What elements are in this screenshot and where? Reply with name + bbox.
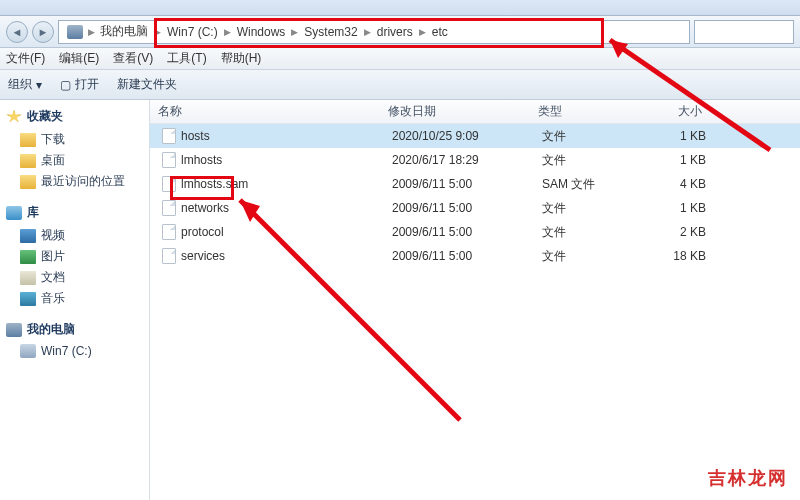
- drive-icon: [20, 344, 36, 358]
- sidebar-item-label: 下载: [41, 131, 65, 148]
- back-button[interactable]: ◄: [6, 21, 28, 43]
- file-date: 2009/6/11 5:00: [384, 225, 534, 239]
- file-size: 1 KB: [634, 129, 714, 143]
- star-icon: [6, 110, 22, 124]
- document-icon: [20, 271, 36, 285]
- breadcrumb[interactable]: ▶ 我的电脑 ▶ Win7 (C:) ▶ Windows ▶ System32 …: [58, 20, 690, 44]
- video-icon: [20, 229, 36, 243]
- file-name: hosts: [181, 129, 210, 143]
- titlebar: [0, 0, 800, 16]
- new-folder-button[interactable]: 新建文件夹: [117, 76, 177, 93]
- address-bar: ◄ ► ▶ 我的电脑 ▶ Win7 (C:) ▶ Windows ▶ Syste…: [0, 16, 800, 48]
- file-type: 文件: [534, 128, 634, 145]
- file-name: networks: [181, 201, 229, 215]
- chevron-right-icon: ▶: [362, 27, 373, 37]
- menu-edit[interactable]: 编辑(E): [59, 50, 99, 67]
- chevron-right-icon: ▶: [222, 27, 233, 37]
- menu-help[interactable]: 帮助(H): [221, 50, 262, 67]
- file-row[interactable]: services2009/6/11 5:00文件18 KB: [150, 244, 800, 268]
- file-icon: [162, 152, 176, 168]
- sidebar-item-videos[interactable]: 视频: [6, 225, 143, 246]
- sidebar-libraries[interactable]: 库: [6, 204, 143, 221]
- computer-icon: [6, 323, 22, 337]
- file-icon: [162, 128, 176, 144]
- folder-icon: [20, 154, 36, 168]
- open-label: 打开: [75, 76, 99, 93]
- col-date[interactable]: 修改日期: [380, 103, 530, 120]
- col-name[interactable]: 名称: [150, 103, 380, 120]
- breadcrumb-seg-3[interactable]: drivers: [373, 25, 417, 39]
- sidebar-item-music[interactable]: 音乐: [6, 288, 143, 309]
- file-size: 4 KB: [634, 177, 714, 191]
- menu-file[interactable]: 文件(F): [6, 50, 45, 67]
- sidebar-item-label: 音乐: [41, 290, 65, 307]
- breadcrumb-root[interactable]: ▶ 我的电脑: [63, 23, 152, 40]
- file-name: lmhosts.sam: [181, 177, 248, 191]
- file-row[interactable]: lmhosts.sam2009/6/11 5:00SAM 文件4 KB: [150, 172, 800, 196]
- file-row[interactable]: protocol2009/6/11 5:00文件2 KB: [150, 220, 800, 244]
- sidebar-computer[interactable]: 我的电脑: [6, 321, 143, 338]
- sidebar-item-drive-c[interactable]: Win7 (C:): [6, 342, 143, 360]
- column-headers: 名称 修改日期 类型 大小: [150, 100, 800, 124]
- breadcrumb-seg-4[interactable]: etc: [428, 25, 452, 39]
- breadcrumb-seg-2[interactable]: System32: [300, 25, 361, 39]
- col-type[interactable]: 类型: [530, 103, 630, 120]
- file-row[interactable]: networks2009/6/11 5:00文件1 KB: [150, 196, 800, 220]
- file-date: 2020/6/17 18:29: [384, 153, 534, 167]
- sidebar: 收藏夹 下载 桌面 最近访问的位置 库 视频 图片 文档 音乐 我的电脑 Win…: [0, 100, 150, 500]
- sidebar-item-recent[interactable]: 最近访问的位置: [6, 171, 143, 192]
- sidebar-favorites[interactable]: 收藏夹: [6, 108, 143, 125]
- file-icon: [162, 200, 176, 216]
- sidebar-item-label: 桌面: [41, 152, 65, 169]
- sidebar-favorites-label: 收藏夹: [27, 108, 63, 125]
- chevron-right-icon: ▶: [417, 27, 428, 37]
- sidebar-item-pictures[interactable]: 图片: [6, 246, 143, 267]
- folder-icon: [20, 133, 36, 147]
- organize-button[interactable]: 组织 ▾: [8, 76, 42, 93]
- file-row[interactable]: hosts2020/10/25 9:09文件1 KB: [150, 124, 800, 148]
- chevron-right-icon: ▶: [152, 27, 163, 37]
- folder-icon: [20, 175, 36, 189]
- file-date: 2009/6/11 5:00: [384, 249, 534, 263]
- chevron-right-icon: ▶: [86, 27, 97, 37]
- library-icon: [6, 206, 22, 220]
- menu-view[interactable]: 查看(V): [113, 50, 153, 67]
- forward-button[interactable]: ►: [32, 21, 54, 43]
- file-type: 文件: [534, 248, 634, 265]
- file-type: 文件: [534, 152, 634, 169]
- sidebar-item-label: 文档: [41, 269, 65, 286]
- computer-icon: [67, 25, 83, 39]
- open-button[interactable]: ▢ 打开: [60, 76, 99, 93]
- file-date: 2020/10/25 9:09: [384, 129, 534, 143]
- file-date: 2009/6/11 5:00: [384, 201, 534, 215]
- file-name: services: [181, 249, 225, 263]
- file-name: lmhosts: [181, 153, 222, 167]
- breadcrumb-seg-1[interactable]: Windows: [233, 25, 290, 39]
- file-name: protocol: [181, 225, 224, 239]
- file-row[interactable]: lmhosts2020/6/17 18:29文件1 KB: [150, 148, 800, 172]
- file-size: 18 KB: [634, 249, 714, 263]
- sidebar-libraries-label: 库: [27, 204, 39, 221]
- file-icon: [162, 248, 176, 264]
- search-input[interactable]: [694, 20, 794, 44]
- sidebar-item-label: Win7 (C:): [41, 344, 92, 358]
- file-date: 2009/6/11 5:00: [384, 177, 534, 191]
- file-type: SAM 文件: [534, 176, 634, 193]
- sidebar-item-label: 视频: [41, 227, 65, 244]
- col-size[interactable]: 大小: [630, 103, 710, 120]
- chevron-right-icon: ▶: [289, 27, 300, 37]
- toolbar: 组织 ▾ ▢ 打开 新建文件夹: [0, 70, 800, 100]
- sidebar-item-downloads[interactable]: 下载: [6, 129, 143, 150]
- sidebar-item-documents[interactable]: 文档: [6, 267, 143, 288]
- breadcrumb-root-label: 我的电脑: [100, 23, 148, 40]
- menu-tools[interactable]: 工具(T): [167, 50, 206, 67]
- file-type: 文件: [534, 200, 634, 217]
- watermark: 吉林龙网: [708, 466, 788, 490]
- sidebar-item-label: 图片: [41, 248, 65, 265]
- sidebar-item-label: 最近访问的位置: [41, 173, 125, 190]
- file-size: 2 KB: [634, 225, 714, 239]
- file-size: 1 KB: [634, 201, 714, 215]
- file-icon: [162, 176, 176, 192]
- breadcrumb-seg-0[interactable]: Win7 (C:): [163, 25, 222, 39]
- sidebar-item-desktop[interactable]: 桌面: [6, 150, 143, 171]
